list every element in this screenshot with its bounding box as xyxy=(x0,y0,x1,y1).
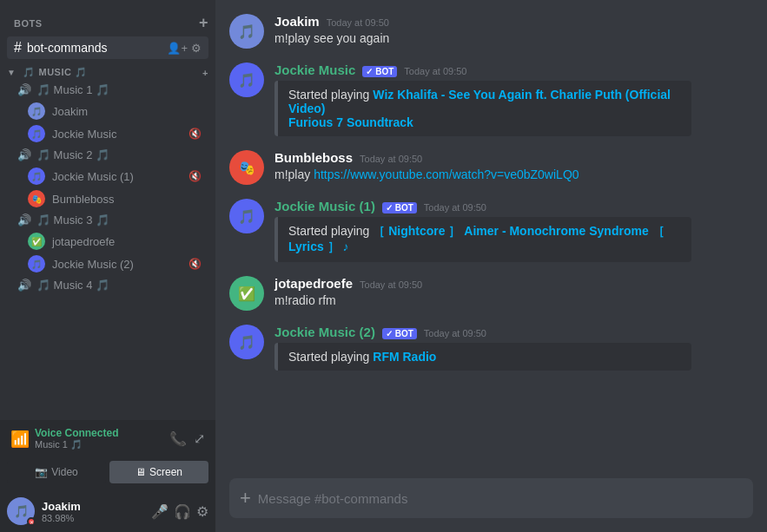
jockie-music-1-avatar: 🎵 xyxy=(28,167,45,185)
music-2-channel[interactable]: 🔊 🎵 Music 2 🎵 xyxy=(7,146,208,164)
bumbleboss-member[interactable]: 🎭 Bumbleboss xyxy=(7,188,208,209)
embed-highlight-2: ［ Nightcore ］ Aimer - Monochrome Syndrom… xyxy=(288,224,665,253)
speaker-icon-4: 🔊 xyxy=(17,279,31,292)
jockie-music-1-name: Jockie Music (1) xyxy=(52,170,134,183)
add-music-channel-icon[interactable]: + xyxy=(202,68,208,78)
jotapedroefe-name: jotapedroefe xyxy=(52,235,115,248)
mute-icon: 🔇 xyxy=(188,128,202,140)
jockie-music-embed-3: Started playing RFM Radio xyxy=(274,343,691,371)
sidebar: BOTS + # bot-commands 👤+ ⚙ ▼ 🎵 MUSIC 🎵 +… xyxy=(0,0,215,532)
settings-icon[interactable]: ⚙ xyxy=(191,42,202,55)
jockie-music-1-msg-header: Jockie Music (1) ✓ BOT Today at 09:50 xyxy=(274,199,753,213)
jockie-music-member[interactable]: 🎵 Jockie Music 🔇 xyxy=(7,123,208,144)
jockie-music-2-msg-timestamp: Today at 09:50 xyxy=(424,328,486,338)
voice-connected-info: 📶 Voice Connected Music 1 🎵 xyxy=(10,427,118,450)
user-avatar: 🎵 ✕ xyxy=(7,497,35,525)
bots-section-header: BOTS + xyxy=(0,0,215,36)
mute-icon-2: 🔇 xyxy=(188,170,202,182)
voice-status: Voice Connected xyxy=(35,427,118,439)
bumbleboss-msg-header: Bumbleboss Today at 09:50 xyxy=(274,150,753,165)
jockie-music-embed-1: Started playing Wiz Khalifa - See You Ag… xyxy=(274,81,691,136)
bot-commands-channel[interactable]: # bot-commands 👤+ ⚙ xyxy=(7,36,208,59)
voice-connected-bar: 📶 Voice Connected Music 1 🎵 📞 ⤢ xyxy=(0,420,215,457)
jockie-music-1-member[interactable]: 🎵 Jockie Music (1) 🔇 xyxy=(7,166,208,187)
screen-icon: 🖥 xyxy=(136,466,146,478)
message-input[interactable] xyxy=(258,482,743,516)
bumbleboss-name: Bumbleboss xyxy=(52,193,115,206)
screen-button[interactable]: 🖥 Screen xyxy=(109,461,208,483)
jockie-music-1-msg-content: Jockie Music (1) ✓ BOT Today at 09:50 St… xyxy=(274,199,753,262)
bumbleboss-msg-timestamp: Today at 09:50 xyxy=(360,154,422,164)
user-actions: 🎤 🎧 ⚙ xyxy=(151,503,208,520)
music-1-channel[interactable]: 🔊 🎵 Music 1 🎵 xyxy=(7,81,208,99)
jockie-music-1-msg-author: Jockie Music (1) xyxy=(274,199,375,213)
invite-icon[interactable]: 👤+ xyxy=(167,42,188,55)
user-info: Joakim 83.98% xyxy=(42,500,144,523)
video-button[interactable]: 📷 Video xyxy=(7,461,106,483)
music-1-label: 🎵 Music 1 🎵 xyxy=(36,83,109,96)
status-dot: ✕ xyxy=(27,517,36,526)
jockie-music-msg-avatar: 🎵 xyxy=(229,62,264,97)
signal-icon: 📶 xyxy=(10,430,30,449)
deafen-self-icon[interactable]: 🎧 xyxy=(174,503,191,520)
jockie-music-2-avatar: 🎵 xyxy=(28,255,45,273)
mute-self-icon[interactable]: 🎤 xyxy=(151,503,169,520)
embed-highlight-3: RFM Radio xyxy=(373,350,436,364)
music-section-header[interactable]: ▼ 🎵 MUSIC 🎵 + xyxy=(0,60,215,80)
user-status: 83.98% xyxy=(42,513,144,523)
joakim-msg-avatar: 🎵 xyxy=(229,14,264,49)
bots-label: BOTS xyxy=(14,18,43,29)
messages-area: 🎵 Joakim Today at 09:50 m!play see you a… xyxy=(215,0,767,478)
joakim-name: Joakim xyxy=(52,105,88,118)
username: Joakim xyxy=(42,500,144,513)
vc-buttons: 📷 Video 🖥 Screen xyxy=(0,457,215,490)
channel-label: bot-commands xyxy=(27,41,108,55)
message-group-2: 🎵 Jockie Music ✓ BOT Today at 09:50 Star… xyxy=(229,62,753,136)
voice-connected-actions: 📞 ⤢ xyxy=(169,430,205,447)
jotapedroefe-msg-content: jotapedroefe Today at 09:50 m!radio rfm xyxy=(274,276,753,311)
hash-icon: # xyxy=(14,40,22,56)
maximize-icon[interactable]: ⤢ xyxy=(194,430,205,447)
user-bar: 🎵 ✕ Joakim 83.98% 🎤 🎧 ⚙ xyxy=(0,490,215,532)
jotapedroefe-msg-avatar: ✅ xyxy=(229,276,264,311)
speaker-icon-3: 🔊 xyxy=(17,213,31,227)
jockie-music-avatar: 🎵 xyxy=(28,125,45,142)
jockie-music-msg-header: Jockie Music ✓ BOT Today at 09:50 xyxy=(274,62,753,77)
joakim-msg-author: Joakim xyxy=(274,14,320,29)
user-settings-icon[interactable]: ⚙ xyxy=(196,503,208,520)
bumbleboss-msg-content: Bumbleboss Today at 09:50 m!play https:/… xyxy=(274,150,753,185)
add-channel-icon[interactable]: + xyxy=(199,14,208,32)
music-2-label: 🎵 Music 2 🎵 xyxy=(36,148,109,161)
joakim-msg-content: Joakim Today at 09:50 m!play see you aga… xyxy=(274,14,753,49)
jockie-music-embed-2: Started playing ［ Nightcore ］ Aimer - Mo… xyxy=(274,217,691,262)
music-3-label: 🎵 Music 3 🎵 xyxy=(36,213,109,227)
message-group-6: 🎵 Jockie Music (2) ✓ BOT Today at 09:50 … xyxy=(229,325,753,371)
joakim-msg-timestamp: Today at 09:50 xyxy=(327,17,389,28)
bumbleboss-avatar: 🎭 xyxy=(28,190,45,207)
attach-icon[interactable]: + xyxy=(240,478,251,518)
joakim-avatar: 🎵 xyxy=(28,102,45,120)
video-icon: 📷 xyxy=(35,466,48,478)
jockie-music-name: Jockie Music xyxy=(52,128,116,141)
music-4-label: 🎵 Music 4 🎵 xyxy=(36,279,109,292)
joakim-member[interactable]: 🎵 Joakim xyxy=(7,101,208,122)
speaker-icon-2: 🔊 xyxy=(17,148,31,161)
jockie-music-2-msg-avatar: 🎵 xyxy=(229,325,264,359)
music-4-channel[interactable]: 🔊 🎵 Music 4 🎵 xyxy=(7,276,208,294)
bot-badge-1: ✓ BOT xyxy=(362,66,397,77)
bot-badge-2: ✓ BOT xyxy=(382,202,417,213)
jotapedroefe-msg-text: m!radio rfm xyxy=(274,292,753,310)
jotapedroefe-member[interactable]: ✅ jotapedroefe xyxy=(7,231,208,252)
jockie-music-2-member[interactable]: 🎵 Jockie Music (2) 🔇 xyxy=(7,253,208,274)
mute-icon-3: 🔇 xyxy=(188,258,202,270)
message-input-wrap: + xyxy=(229,478,753,518)
jockie-music-2-name: Jockie Music (2) xyxy=(52,258,134,271)
joakim-msg-text: m!play see you again xyxy=(274,30,753,48)
bumbleboss-msg-text: m!play https://www.youtube.com/watch?v=v… xyxy=(274,167,753,184)
disconnect-icon[interactable]: 📞 xyxy=(169,430,187,447)
message-group-5: ✅ jotapedroefe Today at 09:50 m!radio rf… xyxy=(229,276,753,311)
youtube-link[interactable]: https://www.youtube.com/watch?v=ve0bZ0wi… xyxy=(314,167,579,181)
music-3-channel[interactable]: 🔊 🎵 Music 3 🎵 xyxy=(7,211,208,229)
jotapedroefe-msg-header: jotapedroefe Today at 09:50 xyxy=(274,276,753,291)
bot-badge-3: ✓ BOT xyxy=(382,328,417,339)
